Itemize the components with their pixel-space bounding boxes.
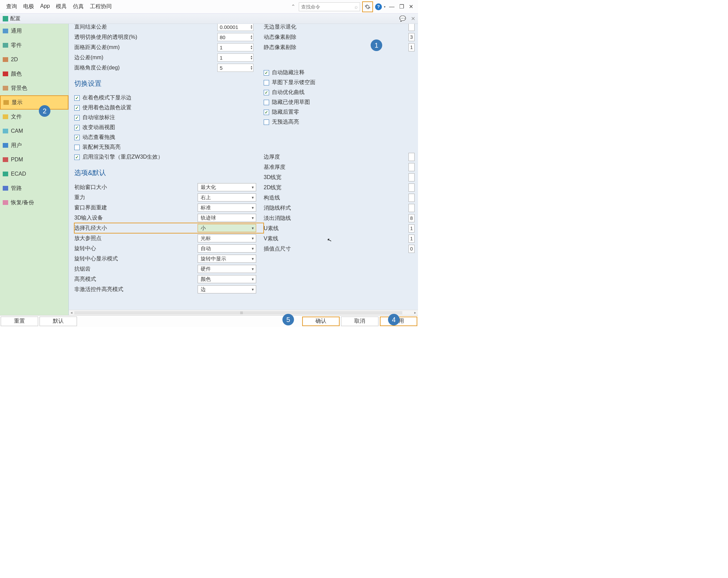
option-label: 消隐线样式: [264, 205, 407, 212]
checkbox[interactable]: [264, 100, 269, 105]
menu-item[interactable]: 工程协同: [90, 3, 112, 10]
numeric-input[interactable]: [408, 204, 415, 212]
checkbox[interactable]: [74, 135, 80, 140]
numeric-input[interactable]: 3: [408, 33, 415, 41]
dropdown[interactable]: 旋转中显示▼: [198, 255, 256, 263]
numeric-input[interactable]: 1▴▾: [217, 53, 253, 62]
checkbox[interactable]: [74, 105, 80, 111]
sidebar-item-背景色[interactable]: 背景色: [0, 81, 68, 95]
numeric-input[interactable]: 1▴▾: [217, 43, 253, 51]
checkbox-row[interactable]: 自动隐藏注释: [264, 68, 415, 78]
horizontal-scrollbar[interactable]: ◂ ▸: [69, 310, 418, 315]
reset-button[interactable]: 重置: [1, 317, 38, 326]
checkbox[interactable]: [74, 125, 80, 130]
dropdown[interactable]: 小▼: [198, 224, 256, 232]
sidebar-item-文件[interactable]: 文件: [0, 110, 68, 124]
scroll-left-icon[interactable]: ◂: [69, 310, 74, 315]
option-label: U素线: [264, 225, 407, 232]
checkbox[interactable]: [264, 90, 269, 95]
sidebar-item-管路[interactable]: 管路: [0, 181, 68, 195]
checkbox-row[interactable]: 在着色模式下显示边: [74, 93, 264, 103]
dialog-close-icon[interactable]: ⨯: [411, 15, 415, 22]
checkbox[interactable]: [74, 155, 80, 160]
checkbox-row[interactable]: 自动优化曲线: [264, 87, 415, 97]
checkbox[interactable]: [264, 80, 269, 85]
sidebar-item-通用[interactable]: 通用: [0, 24, 68, 38]
menu-item[interactable]: 模具: [56, 3, 67, 10]
sidebar-label: 文件: [11, 113, 22, 121]
checkbox-row[interactable]: 使用着色边颜色设置: [74, 103, 264, 113]
checkbox[interactable]: [74, 145, 80, 150]
sidebar-item-零件[interactable]: 零件: [0, 38, 68, 52]
scroll-right-icon[interactable]: ▸: [413, 310, 418, 315]
checkbox-row[interactable]: 装配树无预高亮: [74, 142, 264, 152]
numeric-input[interactable]: 0: [408, 245, 415, 253]
dropdown[interactable]: 标准▼: [198, 204, 256, 212]
sidebar-item-PDM[interactable]: PDM: [0, 152, 68, 167]
numeric-input[interactable]: 1: [408, 235, 415, 243]
dropdown[interactable]: 颜色▼: [198, 275, 256, 283]
dropdown[interactable]: 硬件▼: [198, 265, 256, 273]
dialog-comment-icon[interactable]: 💬: [399, 15, 406, 22]
numeric-input[interactable]: 1: [408, 43, 415, 51]
dropdown[interactable]: 边▼: [198, 285, 256, 293]
checkbox[interactable]: [74, 115, 80, 121]
sidebar-icon: [3, 157, 8, 162]
checkbox-row[interactable]: 自动缩放标注: [74, 113, 264, 123]
menu-item[interactable]: 查询: [6, 3, 17, 10]
option-label: 抗锯齿: [74, 266, 198, 273]
checkbox-row[interactable]: 隐藏后置零: [264, 107, 415, 117]
numeric-input[interactable]: 0.00001▴▾: [217, 24, 253, 31]
numeric-input[interactable]: [408, 183, 415, 192]
numeric-input[interactable]: [408, 173, 415, 181]
dropdown[interactable]: 自动▼: [198, 244, 256, 253]
minimize-button[interactable]: —: [388, 4, 396, 10]
sidebar-item-用户[interactable]: 用户: [0, 138, 68, 152]
checkbox-row[interactable]: 动态查看拖拽: [74, 132, 264, 142]
numeric-input[interactable]: [408, 153, 415, 161]
checkbox[interactable]: [264, 119, 269, 125]
sidebar-item-显示[interactable]: 显示: [0, 95, 68, 110]
checkbox[interactable]: [74, 95, 80, 101]
help-button[interactable]: ?: [375, 3, 382, 10]
default-button[interactable]: 默认: [40, 317, 77, 326]
dropdown[interactable]: 光标▼: [198, 234, 256, 242]
numeric-input[interactable]: [408, 194, 415, 202]
collapse-icon[interactable]: ⌃: [290, 3, 297, 11]
dropdown[interactable]: 轨迹球▼: [198, 214, 256, 222]
settings-gear-button[interactable]: [362, 1, 373, 12]
numeric-input[interactable]: 80▴▾: [217, 33, 253, 41]
ok-button[interactable]: 确认: [302, 317, 340, 326]
sidebar-item-2D[interactable]: 2D: [0, 52, 68, 67]
sidebar-item-颜色[interactable]: 颜色: [0, 67, 68, 81]
sidebar-item-ECAD[interactable]: ECAD: [0, 167, 68, 181]
menu-item[interactable]: 仿真: [73, 3, 84, 10]
checkbox[interactable]: [264, 70, 269, 76]
checkbox-row[interactable]: 启用渲染引擎（重启ZW3D生效）: [74, 152, 264, 162]
option-row: 旋转中心显示模式旋转中显示▼: [74, 254, 264, 264]
dropdown[interactable]: 最大化▼: [198, 183, 256, 191]
search-input[interactable]: [301, 4, 345, 10]
menu-item[interactable]: App: [40, 3, 50, 10]
help-dropdown-icon[interactable]: ▾: [384, 5, 386, 9]
sidebar-item-恢复/备份[interactable]: 恢复/备份: [0, 195, 68, 210]
numeric-input[interactable]: [408, 24, 415, 31]
numeric-input[interactable]: 5▴▾: [217, 64, 253, 72]
checkbox-label: 动态查看拖拽: [82, 134, 115, 141]
checkbox[interactable]: [264, 110, 269, 115]
search-command-box[interactable]: ⌕: [299, 2, 360, 11]
numeric-input[interactable]: 8: [408, 214, 415, 222]
menu-item[interactable]: 电极: [23, 3, 34, 10]
checkbox-row[interactable]: 改变动画视图: [74, 123, 264, 132]
close-button[interactable]: ✕: [407, 3, 415, 10]
numeric-input[interactable]: [408, 163, 415, 171]
checkbox-row[interactable]: 草图下显示镂空面: [264, 78, 415, 87]
numeric-input[interactable]: 1: [408, 224, 415, 232]
restore-button[interactable]: ❐: [398, 3, 405, 10]
option-row: 旋转中心自动▼: [74, 243, 264, 254]
dropdown[interactable]: 右上▼: [198, 193, 256, 202]
checkbox-row[interactable]: 无预选高亮: [264, 117, 415, 127]
sidebar-item-CAM[interactable]: CAM: [0, 124, 68, 138]
checkbox-row[interactable]: 隐藏已使用草图: [264, 97, 415, 107]
cancel-button[interactable]: 取消: [341, 317, 378, 326]
